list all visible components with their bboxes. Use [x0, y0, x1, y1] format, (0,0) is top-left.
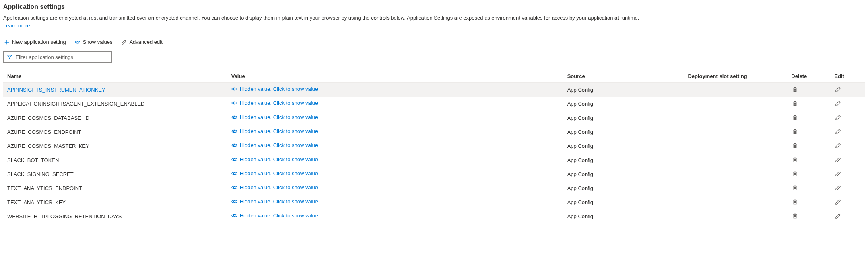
header-slot[interactable]: Deployment slot setting [684, 70, 787, 83]
eye-icon [231, 184, 237, 190]
advanced-edit-button[interactable]: Advanced edit [120, 37, 163, 47]
edit-button[interactable] [834, 100, 842, 107]
trash-icon [792, 213, 798, 219]
section-title: Application settings [3, 3, 865, 10]
edit-button[interactable] [834, 212, 842, 220]
header-edit: Edit [830, 70, 865, 83]
table-row: APPINSIGHTS_INSTRUMENTATIONKEYHidden val… [3, 83, 865, 97]
setting-source: App Config [563, 181, 684, 195]
edit-button[interactable] [834, 170, 842, 178]
setting-source: App Config [563, 139, 684, 153]
pencil-icon [835, 199, 841, 205]
hidden-value-link[interactable]: Hidden value. Click to show value [231, 142, 318, 148]
hidden-value-link[interactable]: Hidden value. Click to show value [231, 100, 318, 106]
svg-point-9 [233, 173, 235, 174]
hidden-value-text: Hidden value. Click to show value [240, 213, 318, 219]
header-source[interactable]: Source [563, 70, 684, 83]
trash-icon [792, 115, 798, 121]
setting-name-link[interactable]: TEXT_ANALYTICS_KEY [7, 199, 66, 205]
hidden-value-link[interactable]: Hidden value. Click to show value [231, 213, 318, 219]
filter-box[interactable] [3, 51, 112, 63]
delete-button[interactable] [791, 198, 799, 206]
setting-slot [684, 139, 787, 153]
edit-button[interactable] [834, 198, 842, 206]
setting-name-link[interactable]: AZURE_COSMOS_ENDPOINT [7, 129, 81, 135]
header-delete: Delete [787, 70, 830, 83]
setting-name-link[interactable]: SLACK_BOT_TOKEN [7, 157, 59, 163]
learn-more-link[interactable]: Learn more [3, 22, 30, 29]
setting-name-link[interactable]: WEBSITE_HTTPLOGGING_RETENTION_DAYS [7, 213, 122, 219]
hidden-value-text: Hidden value. Click to show value [240, 184, 318, 190]
pencil-icon [835, 100, 841, 106]
svg-point-12 [233, 215, 235, 217]
settings-table: Name Value Source Deployment slot settin… [3, 70, 865, 223]
filter-input[interactable] [16, 54, 108, 60]
pencil-icon [835, 129, 841, 135]
header-value[interactable]: Value [227, 70, 563, 83]
hidden-value-link[interactable]: Hidden value. Click to show value [231, 114, 318, 120]
pencil-icon [121, 39, 127, 45]
svg-point-4 [233, 102, 235, 104]
delete-button[interactable] [791, 156, 799, 164]
delete-button[interactable] [791, 170, 799, 178]
edit-button[interactable] [834, 128, 842, 135]
delete-button[interactable] [791, 184, 799, 192]
hidden-value-link[interactable]: Hidden value. Click to show value [231, 128, 318, 134]
edit-button[interactable] [834, 184, 842, 192]
delete-button[interactable] [791, 128, 799, 135]
setting-slot [684, 125, 787, 139]
trash-icon [792, 171, 798, 177]
setting-name-link[interactable]: TEXT_ANALYTICS_ENDPOINT [7, 185, 82, 191]
pencil-icon [835, 213, 841, 219]
pencil-icon [835, 185, 841, 191]
svg-point-10 [233, 187, 235, 188]
header-name[interactable]: Name [3, 70, 227, 83]
table-row: SLACK_SIGNING_SECRETHidden value. Click … [3, 167, 865, 181]
hidden-value-link[interactable]: Hidden value. Click to show value [231, 86, 318, 92]
hidden-value-text: Hidden value. Click to show value [240, 198, 318, 205]
pencil-icon [835, 157, 841, 163]
show-values-button[interactable]: Show values [74, 37, 113, 47]
setting-name-link[interactable]: APPLICATIONINSIGHTSAGENT_EXTENSION_ENABL… [7, 101, 144, 107]
svg-point-6 [233, 131, 235, 132]
delete-button[interactable] [791, 86, 799, 93]
hidden-value-link[interactable]: Hidden value. Click to show value [231, 198, 318, 205]
eye-icon [231, 100, 237, 106]
eye-icon [231, 198, 237, 205]
hidden-value-link[interactable]: Hidden value. Click to show value [231, 156, 318, 162]
hidden-value-link[interactable]: Hidden value. Click to show value [231, 170, 318, 176]
hidden-value-text: Hidden value. Click to show value [240, 170, 318, 176]
delete-button[interactable] [791, 100, 799, 107]
delete-button[interactable] [791, 114, 799, 121]
trash-icon [792, 185, 798, 191]
table-row: TEXT_ANALYTICS_KEYHidden value. Click to… [3, 195, 865, 209]
hidden-value-text: Hidden value. Click to show value [240, 128, 318, 134]
setting-name-link[interactable]: APPINSIGHTS_INSTRUMENTATIONKEY [7, 87, 105, 93]
advanced-edit-label: Advanced edit [129, 39, 162, 45]
setting-slot [684, 111, 787, 125]
setting-source: App Config [563, 195, 684, 209]
svg-point-5 [233, 117, 235, 118]
eye-icon [75, 39, 80, 45]
edit-button[interactable] [834, 156, 842, 164]
trash-icon [792, 86, 798, 92]
delete-button[interactable] [791, 142, 799, 149]
setting-name-link[interactable]: SLACK_SIGNING_SECRET [7, 171, 74, 177]
trash-icon [792, 129, 798, 135]
edit-button[interactable] [834, 86, 842, 93]
new-application-setting-button[interactable]: New application setting [3, 37, 67, 47]
section-description: Application settings are encrypted at re… [3, 14, 865, 22]
eye-icon [231, 170, 237, 176]
setting-source: App Config [563, 97, 684, 111]
delete-button[interactable] [791, 212, 799, 220]
trash-icon [792, 100, 798, 106]
setting-name-link[interactable]: AZURE_COSMOS_MASTER_KEY [7, 143, 89, 149]
show-values-label: Show values [83, 39, 113, 45]
setting-source: App Config [563, 111, 684, 125]
pencil-icon [835, 143, 841, 149]
hidden-value-link[interactable]: Hidden value. Click to show value [231, 184, 318, 190]
edit-button[interactable] [834, 142, 842, 149]
setting-name-link[interactable]: AZURE_COSMOS_DATABASE_ID [7, 115, 89, 121]
edit-button[interactable] [834, 114, 842, 121]
table-row: AZURE_COSMOS_DATABASE_IDHidden value. Cl… [3, 111, 865, 125]
